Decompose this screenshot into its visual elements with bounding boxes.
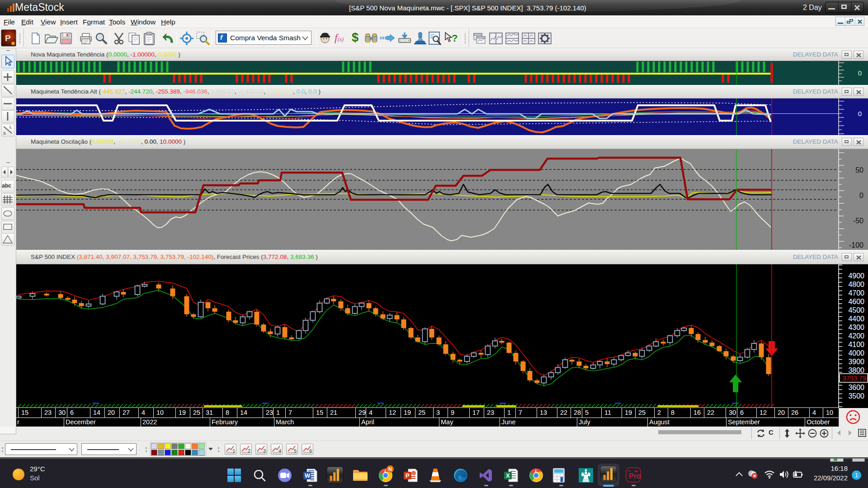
svg-text:0: 0 [859, 192, 863, 199]
svg-text:4700: 4700 [848, 289, 864, 297]
svg-text:4300: 4300 [848, 324, 864, 331]
svg-text:4800: 4800 [848, 281, 864, 288]
svg-text:W: W [305, 472, 311, 479]
svg-text:-50: -50 [853, 217, 863, 225]
svg-text:4600: 4600 [848, 298, 864, 305]
svg-text:0: 0 [858, 69, 862, 77]
svg-text:3500: 3500 [848, 392, 864, 400]
svg-text:4000: 4000 [848, 349, 864, 357]
svg-text:4400: 4400 [848, 315, 864, 323]
svg-text:3900: 3900 [848, 358, 864, 366]
svg-text:?: ? [452, 33, 458, 44]
svg-text:50: 50 [855, 166, 863, 174]
svg-text:3800: 3800 [848, 366, 864, 374]
svg-text:3753.79: 3753.79 [843, 375, 866, 382]
svg-text:-100: -100 [849, 241, 863, 249]
svg-text:4900: 4900 [848, 272, 864, 280]
svg-text:4100: 4100 [848, 341, 864, 348]
svg-text:3600: 3600 [848, 384, 864, 391]
svg-text:0: 0 [858, 110, 862, 117]
svg-text:P: P [406, 472, 410, 479]
svg-text:X: X [506, 472, 510, 479]
svg-text:4200: 4200 [848, 332, 864, 340]
svg-text:4500: 4500 [848, 306, 864, 314]
